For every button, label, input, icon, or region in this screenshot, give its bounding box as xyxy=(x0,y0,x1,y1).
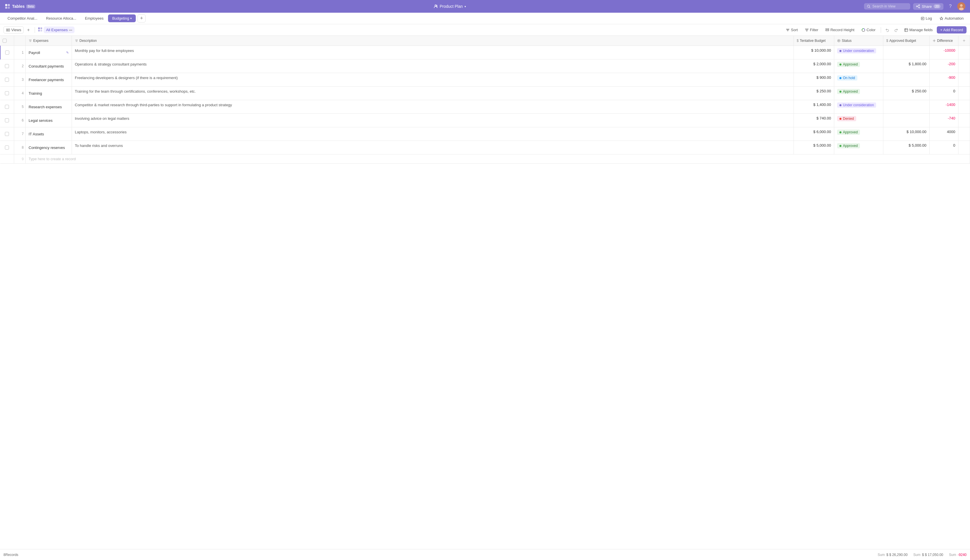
approved-cell[interactable] xyxy=(883,100,930,114)
tentative-cell[interactable]: $ 6,000.00 xyxy=(794,127,834,141)
row-checkbox[interactable] xyxy=(5,64,9,68)
difference-cell[interactable]: 4000 xyxy=(930,127,958,141)
redo-button[interactable] xyxy=(892,26,900,34)
difference-cell[interactable]: 0 xyxy=(930,141,958,155)
status-cell[interactable]: Under consideration xyxy=(834,46,883,60)
description-cell[interactable]: Competitor & market research through thi… xyxy=(72,100,794,114)
expenses-cell[interactable]: Legal services xyxy=(26,114,72,127)
description-cell[interactable]: Training for the team through certificat… xyxy=(72,87,794,100)
description-cell[interactable]: Laptops, monitors, accessories xyxy=(72,127,794,141)
row-num-col-header xyxy=(14,36,26,46)
add-field-cell xyxy=(958,60,970,73)
row-checkbox[interactable] xyxy=(5,105,9,109)
description-cell[interactable]: Involving advice on legal matters xyxy=(72,114,794,127)
expenses-cell[interactable]: Research expenses xyxy=(26,100,72,114)
color-label: Color xyxy=(866,28,876,32)
tab-resource[interactable]: Resource Alloca... xyxy=(42,15,80,22)
row-checkbox[interactable] xyxy=(5,91,9,95)
approved-cell[interactable] xyxy=(883,114,930,127)
tentative-col-header[interactable]: $ Tentative Budget xyxy=(794,36,834,46)
select-all-checkbox[interactable] xyxy=(3,39,7,43)
add-record-button[interactable]: + Add Record xyxy=(937,26,967,33)
status-dot xyxy=(840,104,841,106)
difference-cell[interactable]: -740 xyxy=(930,114,958,127)
description-cell[interactable]: To handle risks and overruns xyxy=(72,141,794,155)
description-col-header[interactable]: Description xyxy=(72,36,794,46)
tables-logo[interactable]: Tables Beta xyxy=(5,3,35,9)
approved-cell[interactable]: $ 1,800.00 xyxy=(883,60,930,73)
expenses-cell[interactable]: IT Assets xyxy=(26,127,72,141)
tab-budgeting[interactable]: Budgeting ▾ xyxy=(108,15,136,22)
difference-cell[interactable]: -1400 xyxy=(930,100,958,114)
tentative-cell[interactable]: $ 740.00 xyxy=(794,114,834,127)
description-cell[interactable]: Monthly pay for full-time employees xyxy=(72,46,794,60)
difference-cell[interactable]: -200 xyxy=(930,60,958,73)
expenses-cell[interactable]: Freelancer payments xyxy=(26,73,72,87)
avatar[interactable] xyxy=(957,2,965,10)
difference-col-header[interactable]: Difference xyxy=(930,36,958,46)
help-button[interactable]: ? xyxy=(946,2,954,10)
status-cell[interactable]: Approved xyxy=(834,141,883,155)
expenses-cell[interactable]: Contingency reserves xyxy=(26,141,72,155)
add-tab-button[interactable]: + xyxy=(137,15,145,23)
search-box[interactable]: Search in View xyxy=(864,3,910,10)
project-name[interactable]: Product Plan xyxy=(440,4,463,9)
difference-cell[interactable]: 0 xyxy=(930,87,958,100)
views-button[interactable]: Views xyxy=(3,26,24,33)
description-cell[interactable]: Operations & strategy consultant payment… xyxy=(72,60,794,73)
tentative-cell[interactable]: $ 10,000.00 xyxy=(794,46,834,60)
approved-cell[interactable]: $ 10,000.00 xyxy=(883,127,930,141)
edit-icon[interactable]: ✎ xyxy=(66,51,69,55)
create-record-cell[interactable]: Type here to create a record xyxy=(26,155,970,164)
tab-employees[interactable]: Employees xyxy=(81,15,107,22)
approved-cell[interactable]: $ 250.00 xyxy=(883,87,930,100)
row-checkbox[interactable] xyxy=(5,50,9,55)
tentative-cell[interactable]: $ 1,400.00 xyxy=(794,100,834,114)
difference-cell[interactable]: -900 xyxy=(930,73,958,87)
project-dropdown-icon[interactable]: ▾ xyxy=(464,5,466,8)
sort-button[interactable]: Sort xyxy=(783,26,801,33)
record-height-button[interactable]: Record Height xyxy=(822,26,857,33)
status-text: Approved xyxy=(843,62,858,67)
color-button[interactable]: Color xyxy=(858,26,878,33)
expenses-cell[interactable]: Consultant payments xyxy=(26,60,72,73)
expenses-cell[interactable]: Training xyxy=(26,87,72,100)
svg-rect-15 xyxy=(8,29,10,31)
status-cell[interactable]: Approved xyxy=(834,87,883,100)
status-cell[interactable]: Approved xyxy=(834,60,883,73)
row-checkbox[interactable] xyxy=(5,118,9,122)
row-checkbox[interactable] xyxy=(5,145,9,150)
automation-button[interactable]: Automation xyxy=(937,15,967,22)
status-badge: Approved xyxy=(837,143,860,148)
description-cell[interactable]: Freelancing developers & designers (if t… xyxy=(72,73,794,87)
add-col-header[interactable]: + xyxy=(958,36,970,46)
expenses-cell[interactable]: Payroll ✎ xyxy=(26,46,72,60)
filter-button[interactable]: Filter xyxy=(802,26,821,33)
share-button[interactable]: Share 20 xyxy=(913,3,943,10)
add-view-button[interactable]: + xyxy=(25,27,32,33)
undo-button[interactable] xyxy=(883,26,892,34)
status-col-header[interactable]: Status xyxy=(834,36,883,46)
tentative-cell[interactable]: $ 900.00 xyxy=(794,73,834,87)
row-checkbox[interactable] xyxy=(5,132,9,136)
expenses-value: Contingency reserves xyxy=(28,145,65,150)
manage-fields-button[interactable]: Manage fields xyxy=(901,26,936,33)
expenses-col-header[interactable]: Expenses xyxy=(26,36,72,46)
tentative-value: $ 2,000.00 xyxy=(813,62,831,66)
tentative-cell[interactable]: $ 2,000.00 xyxy=(794,60,834,73)
log-button[interactable]: Log xyxy=(918,15,935,22)
status-cell[interactable]: Approved xyxy=(834,127,883,141)
status-cell[interactable]: Under consideration xyxy=(834,100,883,114)
approved-cell[interactable]: $ 5,000.00 xyxy=(883,141,930,155)
tentative-cell[interactable]: $ 250.00 xyxy=(794,87,834,100)
tentative-cell[interactable]: $ 5,000.00 xyxy=(794,141,834,155)
approved-cell[interactable] xyxy=(883,73,930,87)
approved-cell[interactable] xyxy=(883,46,930,60)
difference-cell[interactable]: -10000 xyxy=(930,46,958,60)
approved-col-header[interactable]: $ Approved Budget xyxy=(883,36,930,46)
all-expenses-view[interactable]: All Expenses ••• xyxy=(43,27,75,33)
tab-competitor[interactable]: Competitor Anal... xyxy=(3,15,41,22)
row-checkbox[interactable] xyxy=(5,78,9,82)
status-cell[interactable]: Denied xyxy=(834,114,883,127)
status-cell[interactable]: On hold xyxy=(834,73,883,87)
